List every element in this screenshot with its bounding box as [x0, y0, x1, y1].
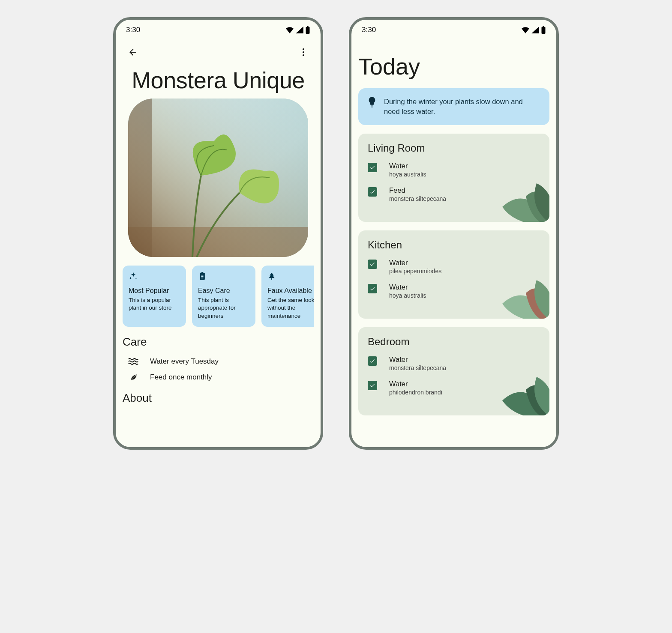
chip-title: Easy Care [198, 287, 249, 295]
care-heading: Care [123, 335, 314, 349]
svg-rect-0 [306, 27, 310, 34]
wifi-icon [285, 27, 294, 33]
status-bar: 3:30 [116, 20, 321, 40]
back-button[interactable] [124, 44, 141, 61]
task-row[interactable]: Water philodendron brandi [368, 380, 540, 396]
task-row[interactable]: Water hoya australis [368, 283, 540, 299]
care-water: Water every Tuesday [123, 354, 314, 369]
sparkle-icon [129, 272, 180, 283]
room-name: Bedroom [368, 336, 540, 348]
svg-rect-8 [128, 99, 308, 257]
svg-rect-9 [542, 27, 546, 34]
room-name: Kitchen [368, 239, 540, 251]
task-action: Water [389, 355, 446, 364]
signal-icon [531, 27, 539, 33]
task-plant: hoya australis [389, 171, 426, 178]
chip-desc: Get the same look without the maintenanc… [267, 296, 314, 320]
task-checkbox[interactable] [368, 284, 377, 293]
phone-today: 3:30 Today During the winter your plants… [349, 17, 559, 450]
lightbulb-icon [368, 97, 376, 110]
room-card[interactable]: Living Room Water hoya australis Feed mo… [358, 134, 549, 222]
signal-icon [296, 27, 303, 33]
tip-card[interactable]: During the winter your plants slow down … [358, 88, 549, 125]
info-chips[interactable]: Most Popular This is a popular plant in … [123, 266, 314, 327]
svg-rect-12 [371, 107, 372, 107]
task-row[interactable]: Feed monstera siltepecana [368, 186, 540, 202]
task-action: Water [389, 380, 442, 388]
chip-easy-care[interactable]: Easy Care This plant is appropriate for … [192, 266, 255, 327]
task-action: Water [389, 259, 441, 267]
rooms-list: Living Room Water hoya australis Feed mo… [351, 134, 556, 424]
battery-icon [305, 26, 310, 34]
svg-point-3 [303, 51, 304, 53]
task-checkbox[interactable] [368, 187, 377, 197]
chip-desc: This is a popular plant in our store [129, 296, 180, 312]
task-checkbox[interactable] [368, 163, 377, 172]
svg-rect-1 [307, 26, 309, 27]
task-checkbox[interactable] [368, 381, 377, 390]
arrow-back-icon [128, 47, 138, 57]
chip-most-popular[interactable]: Most Popular This is a popular plant in … [123, 266, 186, 327]
today-title: Today [351, 40, 556, 88]
chip-faux[interactable]: Faux Available Get the same look without… [261, 266, 314, 327]
task-action: Feed [389, 186, 446, 194]
task-row[interactable]: Water hoya australis [368, 162, 540, 178]
task-plant: pilea peperomiodes [389, 268, 441, 275]
task-plant: monstera siltepecana [389, 195, 446, 202]
status-bar: 3:30 [351, 20, 556, 40]
topbar [116, 40, 321, 64]
status-time: 3:30 [362, 26, 376, 34]
task-action: Water [389, 283, 426, 291]
task-plant: monstera siltepecana [389, 364, 446, 371]
task-plant: hoya australis [389, 292, 426, 299]
chip-title: Most Popular [129, 287, 180, 295]
detail-content: Monstera Unique [116, 64, 321, 447]
plant-photo [128, 99, 308, 257]
svg-point-2 [303, 48, 304, 50]
about-heading: About [123, 391, 314, 405]
task-checkbox[interactable] [368, 356, 377, 366]
task-checkbox[interactable] [368, 260, 377, 269]
care-feed: Feed once monthly [123, 369, 314, 385]
clipboard-icon [198, 272, 249, 283]
room-card[interactable]: Bedroom Water monstera siltepecana Water… [358, 327, 549, 415]
status-icons [521, 26, 546, 34]
battery-icon [541, 26, 546, 34]
plant-title: Monstera Unique [123, 67, 314, 93]
chip-desc: This plant is appropriate for beginners [198, 296, 249, 320]
task-row[interactable]: Water pilea peperomiodes [368, 259, 540, 275]
svg-rect-10 [543, 26, 544, 27]
care-text: Water every Tuesday [150, 357, 219, 366]
water-icon [128, 358, 140, 365]
tree-icon [267, 272, 314, 283]
task-plant: philodendron brandi [389, 389, 442, 396]
more-vert-icon [298, 47, 309, 57]
status-time: 3:30 [126, 26, 140, 34]
care-text: Feed once monthly [150, 373, 212, 382]
phone-detail: 3:30 Monstera Unique [113, 17, 323, 450]
room-card[interactable]: Kitchen Water pilea peperomiodes Water h… [358, 230, 549, 319]
status-icons [285, 26, 310, 34]
room-name: Living Room [368, 142, 540, 154]
wifi-icon [521, 27, 530, 33]
tip-text: During the winter your plants slow down … [384, 97, 540, 116]
svg-point-4 [303, 54, 304, 56]
task-row[interactable]: Water monstera siltepecana [368, 355, 540, 371]
overflow-button[interactable] [295, 44, 312, 61]
chip-title: Faux Available [267, 287, 314, 295]
leaf-icon [128, 373, 140, 382]
svg-rect-11 [371, 106, 373, 107]
task-action: Water [389, 162, 426, 170]
